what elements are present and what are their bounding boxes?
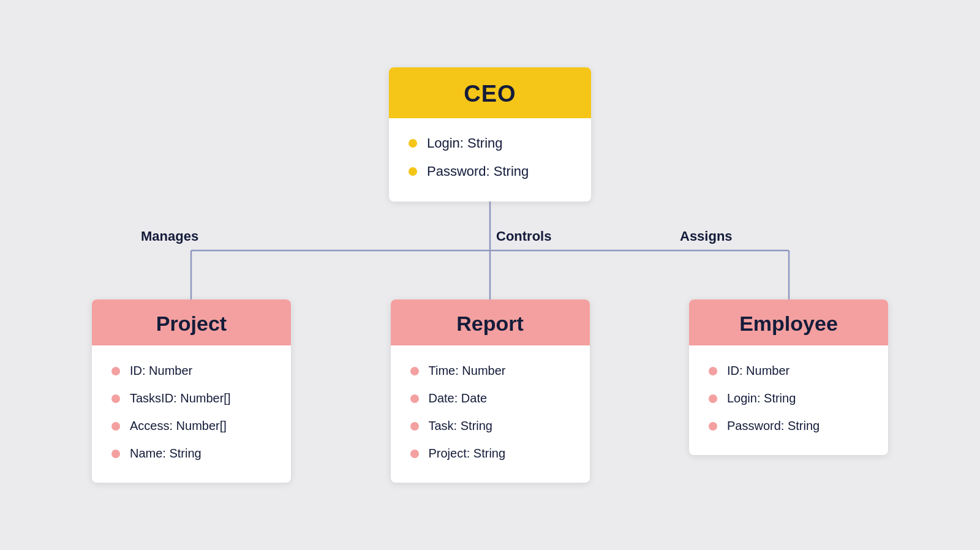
controls-label: Controls — [496, 228, 551, 244]
bullet-icon — [111, 367, 120, 375]
project-header: Project — [92, 299, 291, 345]
cards-row: Project ID: Number TasksID: Number[] Acc… — [92, 299, 888, 483]
connector-svg — [92, 202, 888, 299]
project-title: Project — [156, 312, 227, 335]
report-card: Report Time: Number Date: Date Task: Str… — [391, 299, 590, 483]
project-body: ID: Number TasksID: Number[] Access: Num… — [92, 345, 291, 483]
ceo-title: CEO — [464, 81, 516, 107]
bullet-icon — [709, 422, 717, 431]
bullet-icon — [410, 450, 419, 458]
bullet-icon — [410, 367, 419, 375]
ceo-field-1: Password: String — [409, 164, 571, 179]
connector-area: Manages Controls Assigns — [92, 202, 888, 299]
bullet-icon — [111, 394, 120, 403]
report-header: Report — [391, 299, 590, 345]
ceo-header: CEO — [389, 67, 591, 118]
project-field-3: Name: String — [111, 446, 271, 461]
bullet-icon — [410, 422, 419, 431]
report-title: Report — [456, 312, 524, 335]
bullet-icon — [709, 367, 717, 375]
bullet-icon — [410, 394, 419, 403]
employee-header: Employee — [689, 299, 888, 345]
project-field-1: TasksID: Number[] — [111, 391, 271, 405]
bullet-icon — [111, 450, 120, 458]
bullet-icon — [409, 167, 417, 176]
employee-title: Employee — [739, 312, 838, 335]
bullet-icon — [709, 394, 717, 403]
ceo-card: CEO Login: String Password: String — [389, 67, 591, 202]
employee-field-0: ID: Number — [709, 364, 869, 378]
assigns-label: Assigns — [680, 228, 733, 244]
project-field-2: Access: Number[] — [111, 419, 271, 433]
employee-body: ID: Number Login: String Password: Strin… — [689, 345, 888, 455]
report-field-1: Date: Date — [410, 391, 570, 405]
employee-card: Employee ID: Number Login: String Passwo… — [689, 299, 888, 455]
employee-field-2: Password: String — [709, 419, 869, 433]
ceo-body: Login: String Password: String — [389, 118, 591, 202]
ceo-field-0: Login: String — [409, 135, 571, 151]
bullet-icon — [111, 422, 120, 431]
manages-label: Manages — [141, 228, 198, 244]
report-field-0: Time: Number — [410, 364, 570, 378]
project-card: Project ID: Number TasksID: Number[] Acc… — [92, 299, 291, 483]
report-field-2: Task: String — [410, 419, 570, 433]
diagram: CEO Login: String Password: String — [92, 67, 888, 483]
bullet-icon — [409, 139, 417, 148]
report-field-3: Project: String — [410, 446, 570, 461]
employee-field-1: Login: String — [709, 391, 869, 405]
report-body: Time: Number Date: Date Task: String Pro… — [391, 345, 590, 483]
project-field-0: ID: Number — [111, 364, 271, 378]
